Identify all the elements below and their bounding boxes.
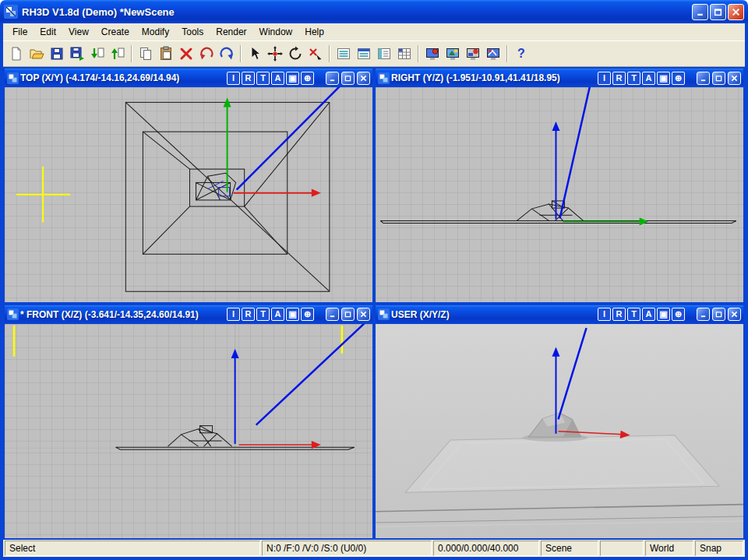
viewport-a-button[interactable]: A (271, 308, 284, 321)
viewport-right-titlebar[interactable]: RIGHT (Y/Z) (-1.951/-10.91,41.41/18.95) … (376, 69, 743, 87)
viewport-maximize-button[interactable] (341, 308, 355, 321)
export-button[interactable] (108, 44, 128, 64)
toolbar-separator (240, 45, 242, 62)
list-view-4-button[interactable] (394, 44, 415, 64)
viewport-zoom-extents-button[interactable]: ▣ (657, 72, 670, 85)
status-blank (600, 541, 644, 556)
viewport-close-button[interactable] (728, 308, 741, 321)
viewport-i-button[interactable]: I (227, 72, 240, 85)
viewport-t-button[interactable]: T (627, 72, 640, 85)
viewport-close-button[interactable] (357, 72, 370, 85)
list-view-2-button[interactable] (354, 44, 374, 64)
viewport-t-button[interactable]: T (256, 308, 270, 321)
viewport-close-button[interactable] (728, 72, 741, 85)
viewport-r-button[interactable]: R (242, 72, 255, 85)
viewport-t-button[interactable]: T (256, 72, 270, 85)
viewport-pan-button[interactable]: ⊕ (301, 72, 314, 85)
move-button[interactable] (265, 44, 285, 64)
save-icon (49, 46, 65, 62)
delete-button[interactable] (176, 44, 196, 64)
viewport-user-titlebar[interactable]: USER (X/Y/Z) I R T A ▣ ⊕ (376, 305, 743, 324)
help-button[interactable]: ? (511, 44, 531, 64)
viewport-i-button[interactable]: I (227, 308, 240, 321)
viewport-minimize-button[interactable] (697, 308, 710, 321)
viewport-zoom-extents-button[interactable]: ▣ (657, 308, 670, 321)
list-view-3-button[interactable] (374, 44, 394, 64)
viewport-right-window: RIGHT (Y/Z) (-1.951/-10.91,41.41/18.95) … (374, 67, 745, 304)
viewport-i-button[interactable]: I (598, 308, 611, 321)
close-icon (360, 311, 367, 318)
select-arrow-icon (247, 46, 263, 62)
render-mode-2-button[interactable] (443, 44, 463, 64)
menu-help[interactable]: Help (298, 24, 330, 40)
menu-edit[interactable]: Edit (34, 24, 62, 40)
save-as-button[interactable] (67, 44, 87, 64)
delete-icon (178, 46, 194, 62)
viewport-minimize-button[interactable] (326, 308, 339, 321)
status-mode: Select (5, 541, 260, 556)
viewport-front-canvas[interactable] (5, 324, 372, 539)
viewport-minimize-button[interactable] (697, 72, 710, 85)
close-button[interactable] (728, 4, 744, 20)
save-button[interactable] (47, 44, 67, 64)
rotate-button[interactable] (285, 44, 305, 64)
menu-modify[interactable]: Modify (136, 24, 175, 40)
open-button[interactable] (26, 44, 47, 64)
help-icon: ? (517, 47, 525, 61)
viewport-r-button[interactable]: R (612, 308, 626, 321)
menu-render[interactable]: Render (210, 24, 252, 40)
import-button[interactable] (87, 44, 108, 64)
viewport-minimize-button[interactable] (326, 72, 339, 85)
paste-button[interactable] (156, 44, 176, 64)
new-file-button[interactable] (6, 44, 26, 64)
maximize-icon (714, 8, 722, 16)
render-mode-4-button[interactable] (483, 44, 503, 64)
viewport-a-button[interactable]: A (642, 308, 655, 321)
list-view-1-button[interactable] (333, 44, 354, 64)
viewport-close-button[interactable] (357, 308, 370, 321)
render-mode-3-icon (465, 46, 481, 62)
render-mode-1-button[interactable] (422, 44, 443, 64)
transform-button[interactable] (305, 44, 326, 64)
viewport-r-button[interactable]: R (242, 308, 255, 321)
viewport-top-canvas[interactable] (5, 87, 372, 302)
list-view-2-icon (356, 46, 372, 62)
viewport-maximize-button[interactable] (341, 72, 355, 85)
close-icon (731, 311, 738, 318)
menu-view[interactable]: View (62, 24, 95, 40)
copy-button[interactable] (136, 44, 156, 64)
render-mode-3-button[interactable] (463, 44, 483, 64)
minimize-button[interactable] (692, 4, 708, 20)
redo-button[interactable] (217, 44, 237, 64)
viewport-pan-button[interactable]: ⊕ (301, 308, 314, 321)
viewport-right-canvas[interactable] (376, 87, 743, 302)
select-button[interactable] (245, 44, 265, 64)
viewport-a-button[interactable]: A (642, 72, 655, 85)
viewport-right-scene (376, 87, 743, 302)
menu-window[interactable]: Window (253, 24, 299, 40)
viewport-zoom-extents-button[interactable]: ▣ (286, 308, 299, 321)
undo-button[interactable] (196, 44, 217, 64)
viewport-r-button[interactable]: R (612, 72, 626, 85)
menu-create[interactable]: Create (95, 24, 136, 40)
toolbar-separator (418, 45, 419, 62)
maximize-icon (715, 311, 722, 318)
viewport-front-titlebar[interactable]: * FRONT (X/Z) (-3.641/-14.35,24.60/14.91… (5, 305, 372, 324)
viewport-a-button[interactable]: A (271, 72, 284, 85)
viewport-icon (378, 308, 390, 320)
menu-tools[interactable]: Tools (175, 24, 210, 40)
viewport-maximize-button[interactable] (712, 72, 725, 85)
status-coordinates: 0.000/0.000/40.000 (433, 541, 539, 556)
window-titlebar[interactable]: RH3D V1.8d (Demo) *NewScene (0, 0, 748, 23)
viewport-t-button[interactable]: T (627, 308, 640, 321)
viewport-top-titlebar[interactable]: TOP (X/Y) (-4.174/-14.16,24.69/14.94) I … (5, 69, 372, 87)
viewport-pan-button[interactable]: ⊕ (672, 308, 685, 321)
maximize-button[interactable] (710, 4, 726, 20)
viewport-zoom-extents-button[interactable]: ▣ (286, 72, 299, 85)
menu-file[interactable]: File (6, 24, 34, 40)
viewport-pan-button[interactable]: ⊕ (672, 72, 685, 85)
viewport-i-button[interactable]: I (598, 72, 611, 85)
close-icon (360, 75, 367, 82)
viewport-maximize-button[interactable] (712, 308, 725, 321)
viewport-user-canvas[interactable] (376, 324, 743, 539)
